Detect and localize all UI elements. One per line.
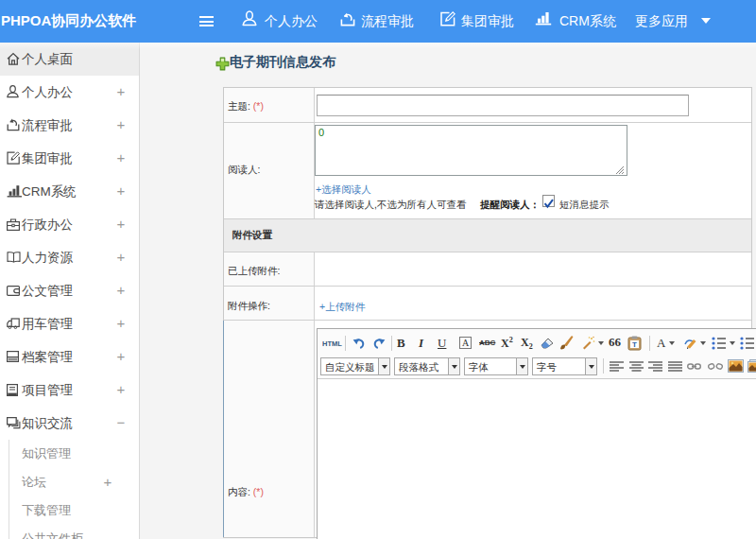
svg-text:T: T xyxy=(632,340,637,349)
